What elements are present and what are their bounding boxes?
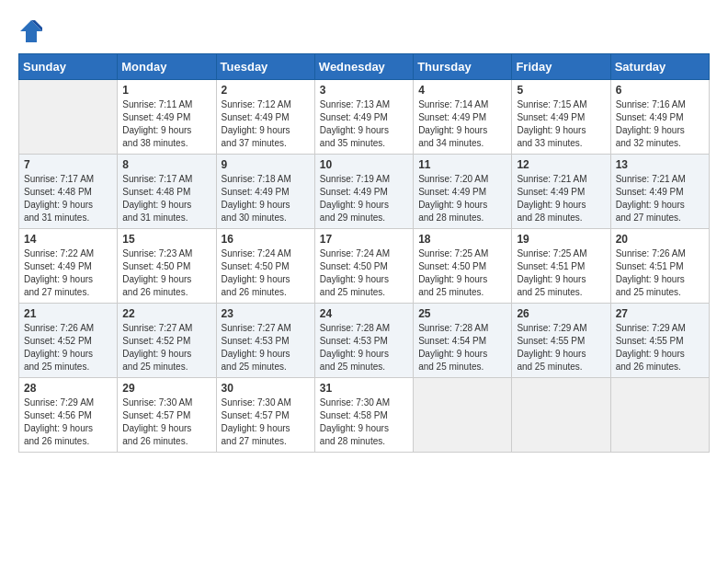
day-cell: 21Sunrise: 7:26 AM Sunset: 4:52 PM Dayli… bbox=[19, 304, 118, 378]
day-number: 15 bbox=[122, 233, 210, 246]
day-cell: 6Sunrise: 7:16 AM Sunset: 4:49 PM Daylig… bbox=[610, 80, 709, 155]
day-cell: 16Sunrise: 7:24 AM Sunset: 4:50 PM Dayli… bbox=[216, 229, 314, 304]
day-number: 11 bbox=[418, 158, 506, 171]
day-number: 4 bbox=[418, 84, 506, 97]
day-cell: 4Sunrise: 7:14 AM Sunset: 4:49 PM Daylig… bbox=[414, 80, 512, 155]
page-header bbox=[18, 18, 710, 44]
day-number: 2 bbox=[222, 84, 310, 97]
day-info: Sunrise: 7:18 AM Sunset: 4:49 PM Dayligh… bbox=[222, 173, 310, 224]
day-number: 3 bbox=[320, 84, 408, 97]
day-info: Sunrise: 7:24 AM Sunset: 4:50 PM Dayligh… bbox=[222, 247, 310, 299]
day-cell: 22Sunrise: 7:27 AM Sunset: 4:52 PM Dayli… bbox=[118, 304, 216, 378]
day-info: Sunrise: 7:29 AM Sunset: 4:56 PM Dayligh… bbox=[24, 396, 112, 448]
day-info: Sunrise: 7:27 AM Sunset: 4:52 PM Dayligh… bbox=[122, 322, 210, 373]
day-number: 19 bbox=[517, 233, 605, 246]
day-number: 30 bbox=[222, 382, 310, 395]
day-number: 6 bbox=[616, 84, 704, 97]
day-info: Sunrise: 7:25 AM Sunset: 4:51 PM Dayligh… bbox=[517, 247, 605, 299]
day-cell: 10Sunrise: 7:19 AM Sunset: 4:49 PM Dayli… bbox=[314, 155, 413, 229]
day-number: 26 bbox=[517, 307, 605, 320]
day-cell: 14Sunrise: 7:22 AM Sunset: 4:49 PM Dayli… bbox=[19, 229, 118, 304]
day-number: 18 bbox=[418, 233, 506, 246]
day-number: 14 bbox=[24, 233, 112, 246]
day-cell: 24Sunrise: 7:28 AM Sunset: 4:53 PM Dayli… bbox=[314, 304, 413, 378]
day-number: 8 bbox=[122, 158, 210, 171]
day-info: Sunrise: 7:17 AM Sunset: 4:48 PM Dayligh… bbox=[122, 173, 210, 224]
day-info: Sunrise: 7:19 AM Sunset: 4:49 PM Dayligh… bbox=[320, 173, 408, 224]
day-cell: 27Sunrise: 7:29 AM Sunset: 4:55 PM Dayli… bbox=[610, 304, 709, 378]
day-cell: 8Sunrise: 7:17 AM Sunset: 4:48 PM Daylig… bbox=[118, 155, 216, 229]
weekday-sunday: Sunday bbox=[19, 54, 118, 80]
day-cell: 7Sunrise: 7:17 AM Sunset: 4:48 PM Daylig… bbox=[19, 155, 118, 229]
day-info: Sunrise: 7:30 AM Sunset: 4:58 PM Dayligh… bbox=[320, 396, 408, 448]
day-number: 29 bbox=[122, 382, 210, 395]
day-cell: 13Sunrise: 7:21 AM Sunset: 4:49 PM Dayli… bbox=[610, 155, 709, 229]
day-number: 25 bbox=[418, 307, 506, 320]
day-cell: 29Sunrise: 7:30 AM Sunset: 4:57 PM Dayli… bbox=[118, 378, 216, 453]
logo-icon bbox=[18, 18, 44, 44]
day-cell: 19Sunrise: 7:25 AM Sunset: 4:51 PM Dayli… bbox=[512, 229, 610, 304]
day-number: 7 bbox=[24, 158, 112, 171]
day-cell: 5Sunrise: 7:15 AM Sunset: 4:49 PM Daylig… bbox=[512, 80, 610, 155]
calendar: SundayMondayTuesdayWednesdayThursdayFrid… bbox=[18, 53, 710, 453]
day-number: 23 bbox=[222, 307, 310, 320]
week-row-4: 21Sunrise: 7:26 AM Sunset: 4:52 PM Dayli… bbox=[19, 304, 710, 378]
day-cell: 1Sunrise: 7:11 AM Sunset: 4:49 PM Daylig… bbox=[118, 80, 216, 155]
day-cell: 17Sunrise: 7:24 AM Sunset: 4:50 PM Dayli… bbox=[314, 229, 413, 304]
day-cell bbox=[19, 80, 118, 155]
day-info: Sunrise: 7:21 AM Sunset: 4:49 PM Dayligh… bbox=[517, 173, 605, 224]
day-info: Sunrise: 7:26 AM Sunset: 4:51 PM Dayligh… bbox=[616, 247, 704, 299]
day-info: Sunrise: 7:20 AM Sunset: 4:49 PM Dayligh… bbox=[418, 173, 506, 224]
weekday-thursday: Thursday bbox=[414, 54, 512, 80]
day-number: 31 bbox=[320, 382, 408, 395]
day-number: 1 bbox=[122, 84, 210, 97]
day-cell: 3Sunrise: 7:13 AM Sunset: 4:49 PM Daylig… bbox=[314, 80, 413, 155]
day-info: Sunrise: 7:25 AM Sunset: 4:50 PM Dayligh… bbox=[418, 247, 506, 299]
day-cell: 18Sunrise: 7:25 AM Sunset: 4:50 PM Dayli… bbox=[414, 229, 512, 304]
day-number: 5 bbox=[517, 84, 605, 97]
day-info: Sunrise: 7:14 AM Sunset: 4:49 PM Dayligh… bbox=[418, 98, 506, 150]
day-info: Sunrise: 7:11 AM Sunset: 4:49 PM Dayligh… bbox=[122, 98, 210, 150]
day-info: Sunrise: 7:22 AM Sunset: 4:49 PM Dayligh… bbox=[24, 247, 112, 299]
day-number: 13 bbox=[616, 158, 704, 171]
day-info: Sunrise: 7:21 AM Sunset: 4:49 PM Dayligh… bbox=[616, 173, 704, 224]
day-cell bbox=[610, 378, 709, 453]
day-number: 10 bbox=[320, 158, 408, 171]
day-cell bbox=[512, 378, 610, 453]
week-row-2: 7Sunrise: 7:17 AM Sunset: 4:48 PM Daylig… bbox=[19, 155, 710, 229]
day-number: 27 bbox=[616, 307, 704, 320]
weekday-tuesday: Tuesday bbox=[216, 54, 314, 80]
day-cell: 20Sunrise: 7:26 AM Sunset: 4:51 PM Dayli… bbox=[610, 229, 709, 304]
day-info: Sunrise: 7:12 AM Sunset: 4:49 PM Dayligh… bbox=[222, 98, 310, 150]
day-info: Sunrise: 7:29 AM Sunset: 4:55 PM Dayligh… bbox=[616, 322, 704, 373]
day-cell: 15Sunrise: 7:23 AM Sunset: 4:50 PM Dayli… bbox=[118, 229, 216, 304]
day-cell: 9Sunrise: 7:18 AM Sunset: 4:49 PM Daylig… bbox=[216, 155, 314, 229]
day-number: 20 bbox=[616, 233, 704, 246]
day-cell bbox=[414, 378, 512, 453]
weekday-saturday: Saturday bbox=[610, 54, 709, 80]
day-info: Sunrise: 7:15 AM Sunset: 4:49 PM Dayligh… bbox=[517, 98, 605, 150]
day-cell: 12Sunrise: 7:21 AM Sunset: 4:49 PM Dayli… bbox=[512, 155, 610, 229]
day-info: Sunrise: 7:27 AM Sunset: 4:53 PM Dayligh… bbox=[222, 322, 310, 373]
day-number: 16 bbox=[222, 233, 310, 246]
weekday-monday: Monday bbox=[118, 54, 216, 80]
day-info: Sunrise: 7:17 AM Sunset: 4:48 PM Dayligh… bbox=[24, 173, 112, 224]
week-row-3: 14Sunrise: 7:22 AM Sunset: 4:49 PM Dayli… bbox=[19, 229, 710, 304]
day-cell: 28Sunrise: 7:29 AM Sunset: 4:56 PM Dayli… bbox=[19, 378, 118, 453]
day-info: Sunrise: 7:30 AM Sunset: 4:57 PM Dayligh… bbox=[222, 396, 310, 448]
svg-marker-0 bbox=[20, 20, 42, 42]
day-cell: 25Sunrise: 7:28 AM Sunset: 4:54 PM Dayli… bbox=[414, 304, 512, 378]
day-info: Sunrise: 7:28 AM Sunset: 4:54 PM Dayligh… bbox=[418, 322, 506, 373]
week-row-5: 28Sunrise: 7:29 AM Sunset: 4:56 PM Dayli… bbox=[19, 378, 710, 453]
day-cell: 30Sunrise: 7:30 AM Sunset: 4:57 PM Dayli… bbox=[216, 378, 314, 453]
day-number: 28 bbox=[24, 382, 112, 395]
day-info: Sunrise: 7:29 AM Sunset: 4:55 PM Dayligh… bbox=[517, 322, 605, 373]
day-info: Sunrise: 7:16 AM Sunset: 4:49 PM Dayligh… bbox=[616, 98, 704, 150]
weekday-friday: Friday bbox=[512, 54, 610, 80]
day-cell: 26Sunrise: 7:29 AM Sunset: 4:55 PM Dayli… bbox=[512, 304, 610, 378]
day-number: 17 bbox=[320, 233, 408, 246]
day-info: Sunrise: 7:13 AM Sunset: 4:49 PM Dayligh… bbox=[320, 98, 408, 150]
day-info: Sunrise: 7:23 AM Sunset: 4:50 PM Dayligh… bbox=[122, 247, 210, 299]
logo bbox=[18, 18, 48, 44]
day-number: 21 bbox=[24, 307, 112, 320]
